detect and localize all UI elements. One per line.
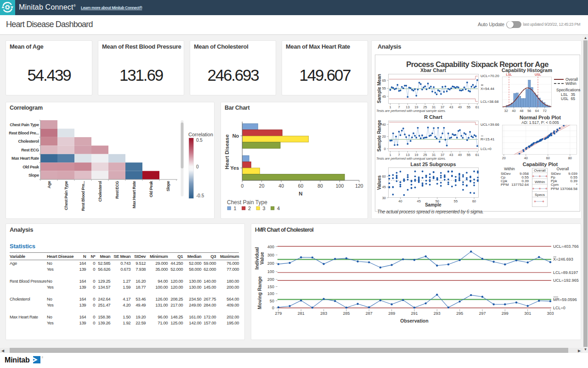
svg-text:Rest ECG: Rest ECG xyxy=(115,181,119,199)
svg-text:X=54.44: X=54.44 xyxy=(481,87,495,91)
svg-text:45: 45 xyxy=(417,199,421,203)
svg-text:Rest Blood Pre...: Rest Blood Pre... xyxy=(81,181,85,211)
svg-text:LCL=38.68: LCL=38.68 xyxy=(481,100,499,104)
svg-text:X=246.693: X=246.693 xyxy=(553,257,573,262)
svg-text:285: 285 xyxy=(343,311,350,316)
svg-text:N: N xyxy=(299,191,302,196)
svg-text:Moving Range: Moving Range xyxy=(257,276,262,309)
svg-text:20: 20 xyxy=(502,156,506,160)
svg-text:Slope: Slope xyxy=(28,173,39,178)
svg-text:UCL=192.965: UCL=192.965 xyxy=(553,278,579,283)
svg-text:LCL=89.6197: LCL=89.6197 xyxy=(553,270,578,275)
svg-text:Observation: Observation xyxy=(400,318,428,323)
svg-text:0: 0 xyxy=(272,306,274,310)
svg-text:LSL: LSL xyxy=(506,73,512,76)
svg-text:56: 56 xyxy=(527,109,531,113)
svg-text:45: 45 xyxy=(382,185,386,189)
svg-text:Chest Pain Type: Chest Pain Type xyxy=(10,123,39,127)
svg-text:400: 400 xyxy=(267,245,274,249)
svg-text:Rest ECG: Rest ECG xyxy=(21,148,39,152)
svg-text:40: 40 xyxy=(512,109,515,113)
svg-text:0.5: 0.5 xyxy=(196,138,203,143)
svg-text:Chest Pain Type: Chest Pain Type xyxy=(227,199,267,206)
svg-text:49: 49 xyxy=(458,153,462,157)
svg-text:60: 60 xyxy=(382,174,386,178)
svg-text:289: 289 xyxy=(388,311,395,316)
svg-text:60: 60 xyxy=(298,183,304,189)
svg-text:Cholesterol: Cholesterol xyxy=(98,181,102,202)
svg-text:60: 60 xyxy=(472,199,476,203)
svg-text:55: 55 xyxy=(467,105,470,109)
svg-text:MR=59.0596: MR=59.0596 xyxy=(553,297,577,302)
svg-text:80: 80 xyxy=(568,156,572,160)
svg-text:LCL=0: LCL=0 xyxy=(553,306,565,310)
svg-text:Within: Within xyxy=(565,81,577,86)
svg-text:0: 0 xyxy=(196,164,199,169)
svg-text:Sample Mean: Sample Mean xyxy=(377,74,382,103)
svg-text:50: 50 xyxy=(270,299,274,303)
svg-text:299: 299 xyxy=(502,311,509,316)
svg-text:Specs: Specs xyxy=(535,193,545,197)
svg-text:Sample: Sample xyxy=(425,202,441,207)
svg-text:UCL=39.66: UCL=39.66 xyxy=(481,123,499,127)
svg-text:Specifications: Specifications xyxy=(556,88,580,92)
svg-text:55: 55 xyxy=(454,199,458,203)
svg-text:Old Peak: Old Peak xyxy=(23,165,40,169)
svg-text:297: 297 xyxy=(479,311,486,316)
svg-text:295: 295 xyxy=(456,311,463,316)
svg-text:Value: Value xyxy=(259,252,265,265)
svg-text:287: 287 xyxy=(366,311,373,316)
svg-text:Capability Plot: Capability Plot xyxy=(523,162,558,167)
svg-text:Old Peak: Old Peak xyxy=(149,180,153,197)
svg-text:UCL=403.766: UCL=403.766 xyxy=(553,244,579,249)
svg-text:LCL=0: LCL=0 xyxy=(481,147,492,151)
svg-text:Last 25 Subgroups: Last 25 Subgroups xyxy=(410,162,456,167)
svg-text:20: 20 xyxy=(259,183,265,189)
svg-text:3: 3 xyxy=(263,206,266,211)
svg-text:2: 2 xyxy=(248,206,251,211)
svg-text:PPM: PPM xyxy=(551,187,559,191)
svg-text:43: 43 xyxy=(449,105,453,109)
svg-text:R Chart: R Chart xyxy=(424,114,442,120)
svg-text:Yes: Yes xyxy=(230,165,239,171)
svg-text:43: 43 xyxy=(449,153,453,157)
svg-text:Tests are performed with unequ: Tests are performed with unequal sample … xyxy=(376,156,446,161)
svg-text:1: 1 xyxy=(234,206,237,211)
svg-text:49: 49 xyxy=(458,105,462,109)
svg-text:60: 60 xyxy=(546,156,550,160)
svg-text:65: 65 xyxy=(382,78,386,83)
svg-text:55: 55 xyxy=(467,153,470,157)
svg-text:55: 55 xyxy=(382,86,386,90)
svg-text:Normal Prob Plot: Normal Prob Plot xyxy=(520,115,561,120)
svg-text:72: 72 xyxy=(543,109,547,113)
svg-text:30: 30 xyxy=(382,196,386,200)
svg-text:Overall: Overall xyxy=(534,168,546,173)
svg-text:Slope: Slope xyxy=(166,181,170,191)
svg-text:61: 61 xyxy=(475,105,479,109)
svg-text:USL: USL xyxy=(561,96,569,101)
svg-text:UCL=70.20: UCL=70.20 xyxy=(481,74,499,78)
svg-text:40: 40 xyxy=(278,183,284,189)
svg-text:293: 293 xyxy=(434,311,441,316)
svg-text:0: 0 xyxy=(384,147,386,151)
svg-text:100: 100 xyxy=(267,269,274,274)
svg-text:61: 61 xyxy=(475,153,479,157)
svg-text:40: 40 xyxy=(382,123,386,127)
svg-text:281: 281 xyxy=(298,311,305,316)
svg-text:100: 100 xyxy=(267,291,274,296)
svg-text:Max Heart Rate: Max Heart Rate xyxy=(132,181,136,208)
svg-text:20: 20 xyxy=(382,134,386,139)
svg-text:Within: Within xyxy=(535,180,545,184)
svg-text:The actual process spread is r: The actual process spread is represented… xyxy=(377,209,484,214)
svg-text:48: 48 xyxy=(520,109,523,113)
svg-text:300: 300 xyxy=(267,253,274,257)
svg-text:Heart Disease: Heart Disease xyxy=(224,134,230,169)
svg-text:AD: 1.517, P: < 0.005: AD: 1.517, P: < 0.005 xyxy=(521,120,559,125)
svg-text:80: 80 xyxy=(317,183,323,189)
svg-text:150: 150 xyxy=(267,284,274,289)
svg-text:Xbar Chart: Xbar Chart xyxy=(420,67,447,73)
svg-text:32: 32 xyxy=(504,109,508,113)
svg-text:Max Heart Rate: Max Heart Rate xyxy=(11,156,39,161)
svg-text:45: 45 xyxy=(382,95,386,99)
svg-text:Chest Pain Type: Chest Pain Type xyxy=(64,181,68,210)
